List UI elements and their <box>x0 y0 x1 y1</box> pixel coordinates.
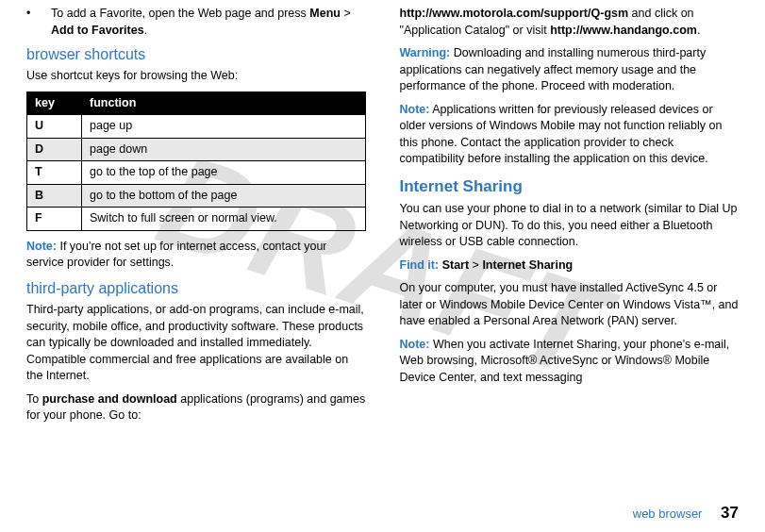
table-row: F Switch to full screen or normal view. <box>27 208 366 231</box>
findit-label: Find it: <box>400 258 440 272</box>
note-access: Note: If you're not set up for internet … <box>26 239 366 272</box>
findit-sep: > <box>469 258 482 272</box>
note-label: Note: <box>26 240 57 253</box>
bullet-dot: • <box>26 6 38 39</box>
right-column: http://www.motorola.com/support/Q-gsm an… <box>400 6 740 431</box>
key-d: D <box>35 142 43 156</box>
note-compat: Note: Applications written for previousl… <box>400 102 740 168</box>
footer-page-number: 37 <box>721 504 739 522</box>
th-key: key <box>27 91 82 115</box>
table-row: D page down <box>27 138 366 161</box>
catalog-p: http://www.motorola.com/support/Q-gsm an… <box>400 6 740 39</box>
key-f: F <box>35 211 42 224</box>
page-footer: web browser 37 <box>633 502 739 524</box>
findit-start: Start <box>442 258 469 272</box>
thirdparty-heading: third-party applications <box>26 278 366 299</box>
shortcut-table: key function U page up D page down T go … <box>26 91 366 231</box>
thirdparty-p2: To purchase and download applications (p… <box>26 391 366 424</box>
fav-post: . <box>144 24 147 37</box>
fav-menu: Menu <box>309 7 341 20</box>
browser-shortcuts-heading: browser shortcuts <box>26 44 366 65</box>
thirdparty-p1: Third-party applications, or add-on prog… <box>26 302 366 385</box>
catalog-post: . <box>697 24 700 37</box>
note2-label: Note: <box>400 103 430 116</box>
favorite-bullet: • To add a Favorite, open the Web page a… <box>26 6 366 39</box>
table-row: U page up <box>27 115 366 139</box>
fav-add: Add to Favorites <box>51 24 144 37</box>
note-sharing: Note: When you activate Internet Sharing… <box>400 337 740 387</box>
favorite-text: To add a Favorite, open the Web page and… <box>51 6 366 39</box>
fav-pre: To add a Favorite, open the Web page and… <box>51 7 309 20</box>
two-column-layout: • To add a Favorite, open the Web page a… <box>26 6 739 431</box>
key-u: U <box>35 119 43 132</box>
warning-label: Warning: <box>400 46 451 59</box>
fn-t: go to the top of the page <box>82 161 366 185</box>
note1-text: If you're not set up for internet access… <box>26 240 327 270</box>
sharing-p2: On your computer, you must have installe… <box>400 280 740 330</box>
table-row: T go to the top of the page <box>27 161 366 185</box>
left-column: • To add a Favorite, open the Web page a… <box>26 6 366 431</box>
warning-p: Warning: Downloading and installing nume… <box>400 45 740 95</box>
key-b: B <box>35 189 43 202</box>
shortcuts-intro: Use shortcut keys for browsing the Web: <box>26 68 366 85</box>
th-function: function <box>82 91 366 115</box>
url-handango: http://www.handango.com <box>550 24 697 37</box>
tp2-bold: purchase and download <box>42 392 177 406</box>
table-header-row: key function <box>27 91 366 115</box>
find-it-line: Find it: Start > Internet Sharing <box>400 258 740 274</box>
key-t: T <box>35 165 42 178</box>
note2-text: Applications written for previously rele… <box>400 103 723 166</box>
tp2-pre: To <box>26 392 42 406</box>
fn-u: page up <box>82 115 366 139</box>
sharing-p1: You can use your phone to dial in to a n… <box>400 201 740 251</box>
fn-b: go to the bottom of the page <box>82 184 366 208</box>
fn-f: Switch to full screen or normal view. <box>82 208 366 231</box>
footer-section-label: web browser <box>633 507 703 521</box>
table-row: B go to the bottom of the page <box>27 184 366 208</box>
findit-sharing: Internet Sharing <box>482 258 573 272</box>
fav-sep: > <box>341 7 351 20</box>
internet-sharing-heading: Internet Sharing <box>400 175 740 198</box>
note3-text: When you activate Internet Sharing, your… <box>400 338 730 384</box>
fn-d: page down <box>82 138 366 161</box>
note3-label: Note: <box>400 338 430 351</box>
url-motorola: http://www.motorola.com/support/Q-gsm <box>400 7 629 20</box>
